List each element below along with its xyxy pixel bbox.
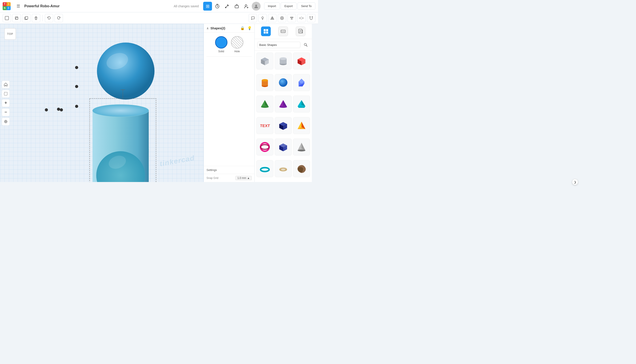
mirror-tool-btn[interactable] — [297, 14, 306, 22]
settings-bar: Settings — [204, 166, 254, 174]
export-btn[interactable]: Export — [281, 2, 296, 10]
shape-card-cone-gray[interactable] — [293, 138, 310, 156]
canvas[interactable]: TOP + − tinkerc — [0, 24, 204, 182]
hamburger-btn[interactable]: ☰ — [14, 2, 23, 10]
svg-point-15 — [262, 17, 263, 18]
shape-tool-btn[interactable] — [268, 14, 276, 22]
shape-card-pyramid-purple[interactable] — [275, 96, 292, 112]
shape-card-prism-teal[interactable] — [293, 96, 310, 112]
svg-point-55 — [280, 57, 287, 60]
bulb-tool-btn[interactable] — [258, 14, 267, 22]
shapes-header: ∧ Shapes(2) 🔒 💡 — [204, 24, 254, 33]
shapes-bulb-icon[interactable]: 💡 — [247, 26, 252, 30]
lib-notes-btn[interactable] — [296, 26, 305, 36]
watermark: tinkercad — [159, 154, 195, 167]
svg-point-64 — [261, 145, 269, 149]
handle-center-bottom[interactable] — [57, 108, 60, 111]
handle-top-right[interactable] — [75, 66, 78, 69]
logo-n: N — [3, 6, 7, 10]
snap-grid-value[interactable]: 1.0 mm ▲ — [235, 176, 252, 180]
shape-card-blob-brown[interactable] — [293, 160, 310, 177]
shape-card-cylinder-orange[interactable] — [256, 74, 273, 91]
duplicate-btn[interactable] — [22, 14, 31, 22]
top-icon-group: ⊞ — [203, 2, 261, 10]
svg-rect-29 — [93, 110, 149, 182]
svg-point-18 — [281, 18, 283, 19]
shape-card-box-gray1[interactable] — [256, 52, 273, 70]
action-buttons: Import Export Send To — [264, 2, 315, 10]
handle-mid-right[interactable] — [75, 85, 78, 88]
svg-rect-10 — [5, 16, 9, 20]
shape-card-sphere-blue[interactable] — [275, 74, 292, 91]
circle-tool-btn[interactable] — [278, 14, 286, 22]
library-dropdown[interactable]: Basic ShapesFeaturedText & NumbersCommun… — [257, 42, 300, 48]
svg-point-27 — [97, 42, 155, 100]
svg-rect-20 — [291, 18, 292, 19]
svg-point-61 — [279, 106, 287, 108]
solid-type-item[interactable]: Solid — [215, 36, 227, 53]
snap-grid-label: Snap Grid — [206, 176, 218, 180]
shape-card-donut-tan[interactable] — [275, 160, 292, 177]
lib-grid-btn[interactable] — [261, 26, 271, 36]
shapes-properties-panel: ∧ Shapes(2) 🔒 💡 Solid Hole Settings Snap… — [204, 24, 254, 182]
briefcase-btn[interactable] — [232, 2, 241, 10]
shape-card-pyramid-green[interactable] — [256, 96, 273, 112]
zoom-in-btn[interactable]: + — [2, 99, 10, 107]
left-navigation: + − — [2, 80, 10, 126]
svg-rect-40 — [264, 32, 266, 34]
import-btn[interactable]: Import — [264, 2, 280, 10]
avatar-btn[interactable] — [252, 2, 261, 10]
shapes-collapse-btn[interactable]: ∧ — [206, 26, 209, 30]
magnet-tool-btn[interactable] — [307, 14, 315, 22]
handle-bottom-center[interactable] — [60, 108, 63, 112]
svg-text:TEXT: TEXT — [260, 124, 270, 128]
redo-btn[interactable] — [55, 14, 63, 22]
shape-card-torus-pink[interactable] — [256, 138, 273, 156]
library-search-btn[interactable] — [302, 41, 309, 48]
shape-card-torus-cyan[interactable] — [256, 160, 273, 177]
svg-rect-39 — [266, 29, 268, 31]
svg-point-70 — [279, 167, 287, 171]
svg-point-30 — [93, 104, 149, 117]
svg-point-59 — [279, 78, 287, 87]
timer-btn[interactable] — [213, 2, 222, 10]
svg-point-63 — [261, 143, 269, 151]
handle-bottom-left[interactable] — [45, 108, 48, 112]
shape-card-cylinder-gray[interactable] — [275, 52, 292, 70]
svg-rect-14 — [26, 16, 28, 19]
grid-view-btn[interactable]: ⊞ — [203, 2, 212, 10]
copy-btn[interactable] — [12, 14, 21, 22]
lib-ruler-btn[interactable] — [278, 26, 288, 36]
logo-t: T — [3, 2, 7, 6]
shapes-lock-icon[interactable]: 🔒 — [240, 26, 245, 30]
delete-btn[interactable] — [32, 14, 40, 22]
shapes-nav-btn[interactable] — [2, 118, 10, 126]
library-search-row: Basic ShapesFeaturedText & NumbersCommun… — [255, 39, 312, 51]
shape-card-box-navy[interactable] — [275, 117, 292, 134]
new-btn[interactable] — [3, 14, 11, 22]
comment-tool-btn[interactable] — [249, 14, 257, 22]
shape-card-box-red[interactable] — [293, 52, 310, 70]
align-tool-btn[interactable] — [287, 14, 296, 22]
shapes-grid: TEXT — [255, 51, 312, 182]
zoom-out-btn[interactable]: − — [2, 108, 10, 116]
shape-card-text[interactable]: TEXT — [256, 117, 273, 134]
svg-point-32 — [96, 151, 145, 182]
fit-nav-btn[interactable] — [2, 90, 10, 98]
toolbar — [0, 12, 318, 24]
svg-rect-35 — [90, 98, 156, 182]
shape-card-pyramid-yellow[interactable] — [293, 117, 310, 134]
user-add-btn[interactable] — [242, 2, 251, 10]
undo-btn[interactable] — [45, 14, 53, 22]
solid-label: Solid — [218, 50, 224, 53]
svg-rect-47 — [298, 29, 302, 33]
handle-bottom-right[interactable] — [75, 105, 78, 108]
shape-card-complex-blue[interactable] — [293, 74, 310, 91]
view-label: TOP — [5, 28, 16, 40]
hole-type-item[interactable]: Hole — [231, 36, 243, 53]
send-to-btn[interactable]: Send To — [297, 2, 315, 10]
svg-rect-24 — [4, 92, 7, 95]
home-nav-btn[interactable] — [2, 80, 10, 88]
shape-card-cube-navy2[interactable] — [275, 138, 292, 156]
tools-btn[interactable] — [223, 2, 231, 10]
